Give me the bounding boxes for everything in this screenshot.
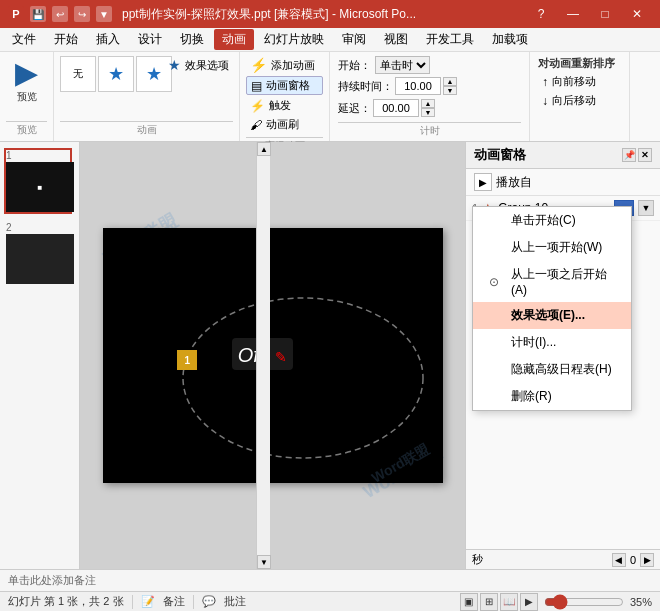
- ctx-after-prev[interactable]: ⊙ 从上一项之后开始(A): [473, 261, 631, 302]
- menu-file[interactable]: 文件: [4, 29, 44, 50]
- add-animation-btn[interactable]: ⚡ 添加动画: [246, 56, 323, 74]
- duration-spinners: ▲ ▼: [443, 77, 457, 95]
- start-dropdown[interactable]: 单击时: [375, 56, 430, 74]
- scroll-up-btn[interactable]: ▲: [257, 142, 271, 156]
- delay-up[interactable]: ▲: [421, 99, 435, 108]
- ctx-with-prev[interactable]: 从上一项开始(W): [473, 234, 631, 261]
- anim-appear[interactable]: ★: [98, 56, 134, 92]
- slideshow-btn[interactable]: ▶: [520, 593, 538, 611]
- undo-icon[interactable]: ↩: [52, 6, 68, 22]
- zoom-slider[interactable]: [544, 598, 624, 606]
- panel-close-btn[interactable]: ✕: [638, 148, 652, 162]
- slide-num-2: 2: [6, 222, 70, 233]
- save-icon[interactable]: 💾: [30, 6, 46, 22]
- delay-down[interactable]: ▼: [421, 108, 435, 117]
- main-area: 1 ■ 2 Word联盟 Word 联盟 1: [0, 142, 660, 569]
- redo-icon[interactable]: ↪: [74, 6, 90, 22]
- comments-status: 批注: [224, 594, 246, 609]
- slide-panel: 1 ■ 2: [0, 142, 80, 569]
- minimize-button[interactable]: —: [558, 4, 588, 24]
- menu-animations[interactable]: 动画: [214, 29, 254, 50]
- duration-down[interactable]: ▼: [443, 86, 457, 95]
- preview-button[interactable]: ▶ 预览: [11, 56, 42, 106]
- duration-input[interactable]: [395, 77, 441, 95]
- trigger-btn[interactable]: ⚡ 触发: [246, 97, 323, 114]
- menu-developer[interactable]: 开发工具: [418, 29, 482, 50]
- svg-point-0: [183, 298, 423, 458]
- move-backward-btn[interactable]: ↓ 向后移动: [538, 92, 615, 109]
- ctx-after-prev-icon: ⊙: [489, 275, 505, 289]
- effect-options-btn[interactable]: ★ 效果选项: [164, 56, 233, 74]
- ctx-effect-options[interactable]: 效果选项(E)...: [473, 302, 631, 329]
- notes-status: 备注: [163, 594, 185, 609]
- ctx-hide-schedule[interactable]: 隐藏高级日程表(H): [473, 356, 631, 383]
- title-bar: P 💾 ↩ ↪ ▼ ppt制作实例-探照灯效果.ppt [兼容模式] - Mic…: [0, 0, 660, 28]
- window-title: ppt制作实例-探照灯效果.ppt [兼容模式] - Microsoft Po.…: [122, 6, 416, 23]
- close-button[interactable]: ✕: [622, 4, 652, 24]
- slide-preview-1: ■: [6, 162, 74, 212]
- help-button[interactable]: ?: [526, 4, 556, 24]
- reorder-label: 对动画重新排序: [538, 56, 615, 71]
- zoom-level: 35%: [630, 596, 652, 608]
- animation-pane-btn[interactable]: ▤ 动画窗格: [246, 76, 323, 95]
- slide-sorter-btn[interactable]: ⊞: [480, 593, 498, 611]
- ribbon-group-animation: 无 ★ ★ ★ 效果选项 动画: [54, 52, 240, 141]
- ribbon-group-preview: ▶ 预览 预览: [0, 52, 54, 141]
- anim-time-bar: 秒 ◀ 0 ▶: [466, 549, 660, 569]
- menu-home[interactable]: 开始: [46, 29, 86, 50]
- slide-thumb-2[interactable]: 2: [4, 220, 72, 286]
- status-divider-2: [193, 595, 194, 609]
- menu-bar: 文件 开始 插入 设计 切换 动画 幻灯片放映 审阅 视图 开发工具 加载项: [0, 28, 660, 52]
- normal-view-btn[interactable]: ▣: [460, 593, 478, 611]
- animation-brush-btn[interactable]: 🖌 动画刷: [246, 116, 323, 133]
- notes-icon: 📝: [141, 595, 155, 608]
- ribbon: ▶ 预览 预览 无 ★ ★ ★ 效果选项 动画: [0, 52, 660, 142]
- slide-num-1: 1: [6, 150, 70, 161]
- anim-item-dropdown[interactable]: ▼: [638, 200, 654, 216]
- context-menu: 单击开始(C) 从上一项开始(W) ⊙ 从上一项之后开始(A) 效果选项(E).…: [472, 206, 632, 411]
- status-bar: 幻灯片 第 1 张，共 2 张 📝 备注 💬 批注 ▣ ⊞ 📖 ▶ 35%: [0, 591, 660, 611]
- slide-canvas[interactable]: 1 Offi ✎ Word联盟: [103, 228, 443, 483]
- move-forward-btn[interactable]: ↑ 向前移动: [538, 73, 615, 90]
- app-icon: P: [8, 6, 24, 22]
- delay-input[interactable]: [373, 99, 419, 117]
- ctx-timing[interactable]: 计时(I)...: [473, 329, 631, 356]
- canvas-area[interactable]: Word联盟 Word 联盟 1 Offi ✎ Word联盟 ▲ ▼: [80, 142, 465, 569]
- menu-review[interactable]: 审阅: [334, 29, 374, 50]
- panel-pin-btn[interactable]: 📌: [622, 148, 636, 162]
- group-label-preview: 预览: [6, 121, 47, 137]
- time-value: 0: [630, 554, 636, 566]
- play-from-btn[interactable]: ▶: [474, 173, 492, 191]
- menu-design[interactable]: 设计: [130, 29, 170, 50]
- customize-icon[interactable]: ▼: [96, 6, 112, 22]
- time-prev-btn[interactable]: ◀: [612, 553, 626, 567]
- menu-view[interactable]: 视图: [376, 29, 416, 50]
- ribbon-group-timing: 开始： 单击时 持续时间： ▲ ▼ 延迟： ▲ ▼: [330, 52, 530, 141]
- slide-thumb-1[interactable]: 1 ■: [4, 148, 72, 214]
- ctx-click-start[interactable]: 单击开始(C): [473, 207, 631, 234]
- menu-transitions[interactable]: 切换: [172, 29, 212, 50]
- delay-spinners: ▲ ▼: [421, 99, 435, 117]
- group-label-timing: 计时: [338, 122, 521, 138]
- anim-none[interactable]: 无: [60, 56, 96, 92]
- status-right: ▣ ⊞ 📖 ▶ 35%: [460, 593, 652, 611]
- comments-icon: 💬: [202, 595, 216, 608]
- animation-panel-title: 动画窗格: [474, 146, 526, 164]
- duration-up[interactable]: ▲: [443, 77, 457, 86]
- scroll-down-btn[interactable]: ▼: [257, 555, 271, 569]
- notes-bar[interactable]: 单击此处添加备注: [0, 569, 660, 591]
- ribbon-group-reorder: 对动画重新排序 ↑ 向前移动 ↓ 向后移动: [530, 52, 630, 141]
- ctx-delete[interactable]: 删除(R): [473, 383, 631, 410]
- title-bar-left: P 💾 ↩ ↪ ▼ ppt制作实例-探照灯效果.ppt [兼容模式] - Mic…: [8, 6, 416, 23]
- reading-view-btn[interactable]: 📖: [500, 593, 518, 611]
- time-next-btn[interactable]: ▶: [640, 553, 654, 567]
- menu-slideshow[interactable]: 幻灯片放映: [256, 29, 332, 50]
- duration-row: 持续时间： ▲ ▼: [338, 77, 457, 95]
- notes-placeholder: 单击此处添加备注: [8, 573, 96, 588]
- menu-addins[interactable]: 加载项: [484, 29, 536, 50]
- menu-insert[interactable]: 插入: [88, 29, 128, 50]
- start-label: 开始：: [338, 58, 371, 73]
- animation-panel: 动画窗格 📌 ✕ ▶ 播放自 1 ★ Group 10 ▼ 单击开始(C): [465, 142, 660, 569]
- ribbon-group-advanced: ⚡ 添加动画 ▤ 动画窗格 ⚡ 触发 🖌 动画刷 高级动画: [240, 52, 330, 141]
- maximize-button[interactable]: □: [590, 4, 620, 24]
